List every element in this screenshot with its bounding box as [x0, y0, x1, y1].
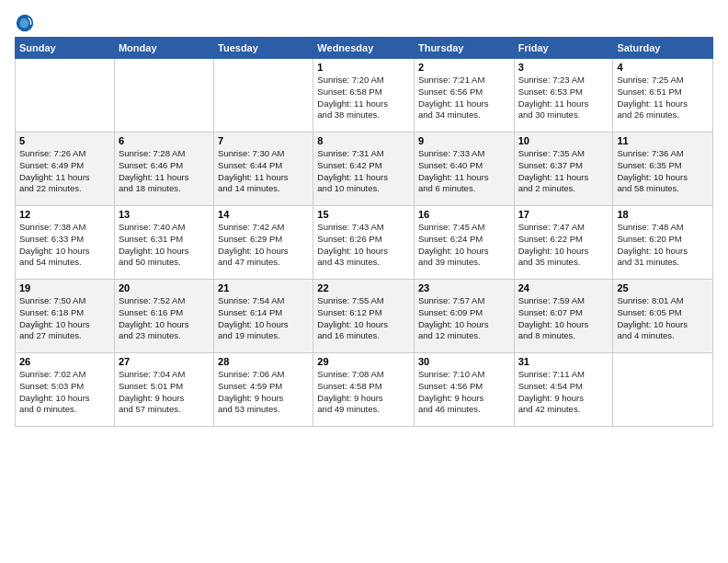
calendar-cell: [16, 59, 115, 132]
day-number: 21: [218, 282, 309, 293]
calendar-cell: 17Sunrise: 7:47 AM Sunset: 6:22 PM Dayli…: [514, 206, 613, 280]
day-number: 24: [518, 282, 609, 293]
calendar-cell: 7Sunrise: 7:30 AM Sunset: 6:44 PM Daylig…: [214, 132, 313, 206]
weekday-header-wednesday: Wednesday: [313, 38, 415, 59]
day-number: 16: [418, 209, 510, 220]
calendar-cell: 19Sunrise: 7:50 AM Sunset: 6:18 PM Dayli…: [16, 280, 115, 353]
day-number: 7: [218, 135, 309, 146]
day-content: Sunrise: 7:25 AM Sunset: 6:51 PM Dayligh…: [617, 75, 709, 121]
page-container: SundayMondayTuesdayWednesdayThursdayFrid…: [0, 0, 728, 436]
calendar-cell: [114, 59, 213, 132]
day-number: 11: [617, 135, 709, 146]
calendar-cell: 13Sunrise: 7:40 AM Sunset: 6:31 PM Dayli…: [114, 206, 213, 280]
day-content: Sunrise: 7:55 AM Sunset: 6:12 PM Dayligh…: [317, 295, 410, 342]
day-content: Sunrise: 7:57 AM Sunset: 6:09 PM Dayligh…: [418, 295, 510, 342]
day-content: Sunrise: 7:40 AM Sunset: 6:31 PM Dayligh…: [119, 222, 210, 269]
logo: [15, 13, 39, 33]
day-number: 1: [317, 62, 410, 73]
day-content: Sunrise: 7:38 AM Sunset: 6:33 PM Dayligh…: [19, 222, 110, 269]
day-content: Sunrise: 7:31 AM Sunset: 6:42 PM Dayligh…: [317, 148, 410, 195]
day-content: Sunrise: 7:52 AM Sunset: 6:16 PM Dayligh…: [119, 295, 210, 342]
calendar-cell: 9Sunrise: 7:33 AM Sunset: 6:40 PM Daylig…: [414, 132, 514, 206]
logo-icon: [15, 13, 35, 33]
day-content: Sunrise: 7:59 AM Sunset: 6:07 PM Dayligh…: [518, 295, 609, 342]
calendar-cell: 20Sunrise: 7:52 AM Sunset: 6:16 PM Dayli…: [114, 280, 213, 353]
calendar-cell: 6Sunrise: 7:28 AM Sunset: 6:46 PM Daylig…: [114, 132, 213, 206]
calendar-cell: 11Sunrise: 7:36 AM Sunset: 6:35 PM Dayli…: [613, 132, 713, 206]
calendar-cell: 2Sunrise: 7:21 AM Sunset: 6:56 PM Daylig…: [414, 59, 514, 132]
calendar-cell: 10Sunrise: 7:35 AM Sunset: 6:37 PM Dayli…: [514, 132, 613, 206]
day-content: Sunrise: 7:42 AM Sunset: 6:29 PM Dayligh…: [218, 222, 309, 269]
day-content: Sunrise: 7:54 AM Sunset: 6:14 PM Dayligh…: [218, 295, 309, 342]
day-number: 19: [19, 282, 110, 293]
day-number: 10: [518, 135, 609, 146]
day-content: Sunrise: 7:36 AM Sunset: 6:35 PM Dayligh…: [617, 148, 709, 195]
header: [15, 9, 713, 33]
calendar-cell: 3Sunrise: 7:23 AM Sunset: 6:53 PM Daylig…: [514, 59, 613, 132]
calendar-cell: 5Sunrise: 7:26 AM Sunset: 6:49 PM Daylig…: [16, 132, 115, 206]
calendar-cell: 26Sunrise: 7:02 AM Sunset: 5:03 PM Dayli…: [16, 353, 115, 427]
day-number: 13: [119, 209, 210, 220]
day-number: 22: [317, 282, 410, 293]
day-content: Sunrise: 7:28 AM Sunset: 6:46 PM Dayligh…: [119, 148, 210, 195]
calendar-cell: 8Sunrise: 7:31 AM Sunset: 6:42 PM Daylig…: [313, 132, 415, 206]
day-content: Sunrise: 8:01 AM Sunset: 6:05 PM Dayligh…: [617, 295, 709, 342]
day-number: 31: [518, 356, 609, 367]
calendar-week-row: 12Sunrise: 7:38 AM Sunset: 6:33 PM Dayli…: [16, 206, 713, 280]
calendar-cell: [214, 59, 313, 132]
weekday-header-thursday: Thursday: [414, 38, 514, 59]
day-content: Sunrise: 7:35 AM Sunset: 6:37 PM Dayligh…: [518, 148, 609, 195]
day-number: 17: [518, 209, 609, 220]
day-number: 2: [418, 62, 510, 73]
day-number: 23: [418, 282, 510, 293]
day-content: Sunrise: 7:21 AM Sunset: 6:56 PM Dayligh…: [418, 75, 510, 121]
day-content: Sunrise: 7:08 AM Sunset: 4:58 PM Dayligh…: [317, 369, 410, 416]
calendar-cell: 22Sunrise: 7:55 AM Sunset: 6:12 PM Dayli…: [313, 280, 415, 353]
day-number: 18: [617, 209, 709, 220]
calendar-cell: 24Sunrise: 7:59 AM Sunset: 6:07 PM Dayli…: [514, 280, 613, 353]
day-content: Sunrise: 7:43 AM Sunset: 6:26 PM Dayligh…: [317, 222, 410, 269]
calendar-cell: 30Sunrise: 7:10 AM Sunset: 4:56 PM Dayli…: [414, 353, 514, 427]
calendar-cell: 23Sunrise: 7:57 AM Sunset: 6:09 PM Dayli…: [414, 280, 514, 353]
weekday-header-monday: Monday: [114, 38, 213, 59]
calendar-cell: 12Sunrise: 7:38 AM Sunset: 6:33 PM Dayli…: [16, 206, 115, 280]
calendar-cell: [613, 353, 713, 427]
day-content: Sunrise: 7:04 AM Sunset: 5:01 PM Dayligh…: [119, 369, 210, 416]
calendar-cell: 29Sunrise: 7:08 AM Sunset: 4:58 PM Dayli…: [313, 353, 415, 427]
calendar-cell: 4Sunrise: 7:25 AM Sunset: 6:51 PM Daylig…: [613, 59, 713, 132]
weekday-header-friday: Friday: [514, 38, 613, 59]
day-content: Sunrise: 7:47 AM Sunset: 6:22 PM Dayligh…: [518, 222, 609, 269]
calendar-week-row: 5Sunrise: 7:26 AM Sunset: 6:49 PM Daylig…: [16, 132, 713, 206]
day-number: 4: [617, 62, 709, 73]
day-content: Sunrise: 7:33 AM Sunset: 6:40 PM Dayligh…: [418, 148, 510, 195]
weekday-header-tuesday: Tuesday: [214, 38, 313, 59]
calendar-cell: 21Sunrise: 7:54 AM Sunset: 6:14 PM Dayli…: [214, 280, 313, 353]
day-content: Sunrise: 7:20 AM Sunset: 6:58 PM Dayligh…: [317, 75, 410, 121]
calendar-cell: 18Sunrise: 7:48 AM Sunset: 6:20 PM Dayli…: [613, 206, 713, 280]
day-content: Sunrise: 7:48 AM Sunset: 6:20 PM Dayligh…: [617, 222, 709, 269]
day-number: 27: [119, 356, 210, 367]
day-number: 20: [119, 282, 210, 293]
calendar-header-row: SundayMondayTuesdayWednesdayThursdayFrid…: [16, 38, 713, 59]
day-number: 28: [218, 356, 309, 367]
day-content: Sunrise: 7:30 AM Sunset: 6:44 PM Dayligh…: [218, 148, 309, 195]
calendar-cell: 25Sunrise: 8:01 AM Sunset: 6:05 PM Dayli…: [613, 280, 713, 353]
day-content: Sunrise: 7:10 AM Sunset: 4:56 PM Dayligh…: [418, 369, 510, 416]
calendar-cell: 28Sunrise: 7:06 AM Sunset: 4:59 PM Dayli…: [214, 353, 313, 427]
day-number: 5: [19, 135, 110, 146]
calendar-cell: 31Sunrise: 7:11 AM Sunset: 4:54 PM Dayli…: [514, 353, 613, 427]
day-number: 3: [518, 62, 609, 73]
day-number: 30: [418, 356, 510, 367]
calendar-cell: 1Sunrise: 7:20 AM Sunset: 6:58 PM Daylig…: [313, 59, 415, 132]
day-content: Sunrise: 7:02 AM Sunset: 5:03 PM Dayligh…: [19, 369, 110, 416]
day-number: 25: [617, 282, 709, 293]
calendar-cell: 14Sunrise: 7:42 AM Sunset: 6:29 PM Dayli…: [214, 206, 313, 280]
day-number: 8: [317, 135, 410, 146]
calendar-cell: 27Sunrise: 7:04 AM Sunset: 5:01 PM Dayli…: [114, 353, 213, 427]
day-number: 14: [218, 209, 309, 220]
day-content: Sunrise: 7:06 AM Sunset: 4:59 PM Dayligh…: [218, 369, 309, 416]
day-number: 29: [317, 356, 410, 367]
day-number: 26: [19, 356, 110, 367]
weekday-header-saturday: Saturday: [613, 38, 713, 59]
calendar-week-row: 26Sunrise: 7:02 AM Sunset: 5:03 PM Dayli…: [16, 353, 713, 427]
